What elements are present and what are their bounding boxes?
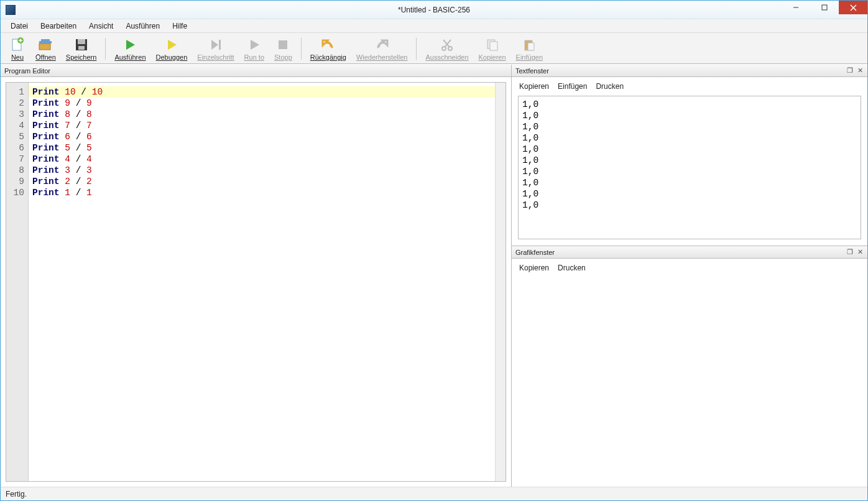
debug-label: Debuggen (156, 53, 188, 61)
stop-label: Stopp (274, 53, 292, 61)
copy-icon (484, 37, 501, 53)
code-line[interactable]: Print 8 / 8 (32, 109, 491, 120)
line-number: 9 (6, 176, 24, 187)
editor-title: Program Editor (4, 67, 50, 75)
graphics-pane: Grafikfenster ❐ ✕ Kopieren Drucken (512, 246, 867, 487)
toolbar-separator (105, 38, 106, 60)
stop-icon (275, 37, 291, 53)
redo-label: Wiederherstellen (356, 53, 408, 61)
undock-icon[interactable]: ❐ (846, 248, 854, 256)
line-number: 1 (6, 86, 24, 98)
new-button[interactable]: Neu (4, 35, 30, 62)
grafik-copy-button[interactable]: Kopieren (519, 264, 549, 272)
svg-rect-17 (219, 40, 221, 50)
grafik-print-button[interactable]: Drucken (558, 264, 586, 272)
line-number: 6 (6, 142, 24, 154)
paste-label: Einfügen (516, 53, 543, 61)
stop-button[interactable]: Stopp (269, 35, 297, 62)
line-number: 10 (6, 187, 24, 198)
menu-help[interactable]: Hilfe (166, 21, 193, 32)
svg-marker-18 (251, 40, 259, 50)
svg-rect-1 (822, 5, 827, 10)
editor-header: Program Editor (1, 65, 511, 77)
svg-rect-12 (78, 39, 85, 44)
code-line[interactable]: Print 9 / 9 (32, 98, 491, 109)
redo-button[interactable]: Wiederherstellen (351, 35, 413, 62)
program-editor-pane: Program Editor 12345678910 Print 10 / 10… (1, 65, 512, 487)
toolbar-separator (301, 38, 302, 60)
title-bar: *Untitled - BASIC-256 (1, 1, 867, 19)
graphics-canvas[interactable] (518, 277, 861, 482)
line-number: 5 (6, 131, 24, 142)
text-copy-button[interactable]: Kopieren (519, 82, 549, 91)
line-number: 8 (6, 165, 24, 176)
line-number: 3 (6, 109, 24, 120)
step-icon (208, 37, 224, 53)
code-line[interactable]: Print 1 / 1 (32, 187, 491, 198)
undo-icon (320, 37, 336, 53)
menu-edit[interactable]: Bearbeiten (34, 21, 83, 32)
save-button[interactable]: Speichern (61, 35, 102, 62)
menu-view[interactable]: Ansicht (83, 21, 119, 32)
text-pane-toolbar: Kopieren Einfügen Drucken (512, 77, 867, 96)
redo-icon (374, 37, 390, 53)
maximize-button[interactable] (810, 1, 839, 14)
runto-icon (246, 37, 262, 53)
code-line[interactable]: Print 10 / 10 (29, 86, 495, 98)
menu-bar: Datei Bearbeiten Ansicht Ausführen Hilfe (1, 19, 867, 33)
code-line[interactable]: Print 7 / 7 (32, 120, 491, 131)
code-line[interactable]: Print 6 / 6 (32, 131, 491, 142)
copy-button[interactable]: Kopieren (474, 35, 511, 62)
runto-label: Run to (244, 53, 264, 61)
text-output[interactable]: 1,01,01,01,01,01,01,01,01,01,0 (518, 96, 861, 239)
close-pane-icon[interactable]: ✕ (856, 67, 864, 75)
vertical-scrollbar[interactable] (495, 83, 506, 481)
code-line[interactable]: Print 2 / 2 (32, 176, 491, 187)
window-title: *Untitled - BASIC-256 (398, 6, 470, 14)
svg-rect-25 (490, 42, 497, 50)
open-button[interactable]: Öffnen (30, 35, 61, 62)
menu-file[interactable]: Datei (4, 21, 34, 32)
status-bar: Fertig. (1, 487, 867, 500)
code-line[interactable]: Print 3 / 3 (32, 165, 491, 176)
grafik-pane-header: Grafikfenster ❐ ✕ (512, 246, 867, 259)
app-window: *Untitled - BASIC-256 Datei Bearbeiten A… (0, 0, 868, 501)
output-line: 1,0 (522, 99, 857, 110)
right-pane: Textfenster ❐ ✕ Kopieren Einfügen Drucke… (512, 65, 867, 487)
status-text: Fertig. (6, 490, 27, 499)
paste-button[interactable]: Einfügen (511, 35, 548, 62)
code-line[interactable]: Print 5 / 5 (32, 142, 491, 154)
undo-label: Rückgängig (310, 53, 346, 61)
close-pane-icon[interactable]: ✕ (856, 248, 864, 256)
text-print-button[interactable]: Drucken (596, 82, 624, 91)
svg-rect-27 (528, 43, 534, 50)
run-label: Ausführen (114, 53, 145, 61)
line-number: 4 (6, 120, 24, 131)
undo-button[interactable]: Rückgängig (305, 35, 351, 62)
code-line[interactable]: Print 4 / 4 (32, 154, 491, 165)
step-label: Einzelschritt (197, 53, 234, 61)
text-pane-header: Textfenster ❐ ✕ (512, 65, 867, 77)
main-area: Program Editor 12345678910 Print 10 / 10… (1, 64, 867, 487)
minimize-button[interactable] (782, 1, 810, 14)
copy-label: Kopieren (479, 53, 506, 61)
close-button[interactable] (839, 1, 867, 14)
line-number: 2 (6, 98, 24, 109)
debug-button[interactable]: Debuggen (151, 35, 193, 62)
paste-icon (521, 37, 537, 53)
runto-button[interactable]: Run to (239, 35, 269, 62)
text-paste-button[interactable]: Einfügen (558, 82, 587, 91)
menu-run[interactable]: Ausführen (119, 21, 166, 32)
undock-icon[interactable]: ❐ (846, 67, 854, 75)
svg-rect-19 (279, 40, 287, 49)
output-line: 1,0 (522, 200, 857, 211)
window-controls (782, 1, 867, 14)
code-editor[interactable]: 12345678910 Print 10 / 10Print 9 / 9Prin… (6, 82, 506, 482)
open-label: Öffnen (35, 53, 56, 61)
code-area[interactable]: Print 10 / 10Print 9 / 9Print 8 / 8Print… (29, 83, 495, 481)
output-line: 1,0 (522, 110, 857, 121)
cut-button[interactable]: Ausschneiden (420, 35, 473, 62)
step-button[interactable]: Einzelschritt (192, 35, 239, 62)
run-button[interactable]: Ausführen (109, 35, 150, 62)
svg-point-22 (442, 47, 446, 50)
